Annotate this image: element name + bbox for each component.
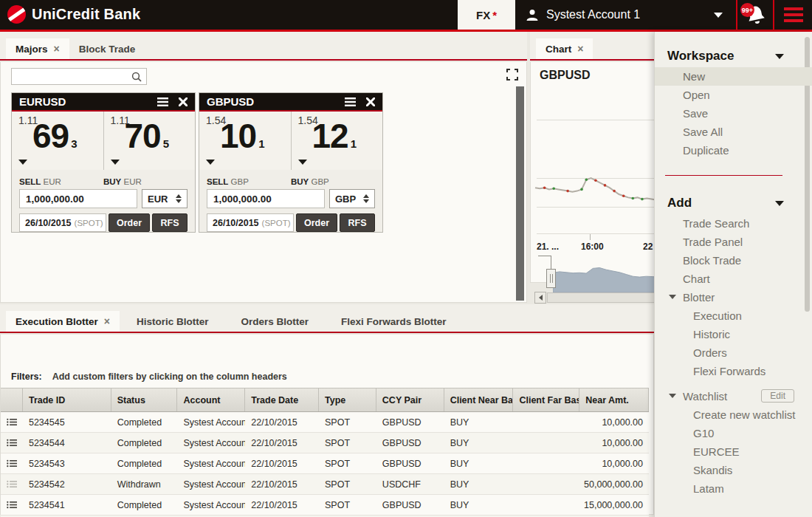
menu-item-trade-panel[interactable]: Trade Panel xyxy=(655,233,812,251)
close-tab-icon[interactable]: × xyxy=(577,43,583,55)
order-button[interactable]: Order xyxy=(109,213,150,232)
table-row[interactable]: 5234544CompletedSystest Account 122/10/2… xyxy=(1,433,649,453)
expander-caret-icon[interactable] xyxy=(669,394,676,398)
tile-close-icon[interactable] xyxy=(366,97,375,106)
menu-item-latam[interactable]: Latam xyxy=(655,479,812,498)
column-header-trade-id[interactable]: Trade ID xyxy=(23,388,111,411)
tab-historic-blotter[interactable]: Historic Blotter xyxy=(127,311,219,332)
menu-item-flexi-forwards[interactable]: Flexi Forwards xyxy=(655,362,812,380)
x-axis-label: 16:00 xyxy=(581,242,604,252)
column-header-type[interactable]: Type xyxy=(319,388,376,411)
menu-item-watchlist[interactable]: WatchlistEdit xyxy=(655,387,812,405)
row-menu-button[interactable] xyxy=(1,474,23,494)
watchlist-content: EURUSD1.116931.11705SELL EURBUY EUR1,000… xyxy=(0,62,527,303)
menu-item-save-all[interactable]: Save All xyxy=(655,123,812,141)
tile-close-icon[interactable] xyxy=(179,97,187,106)
tile-pair-label: EURUSD xyxy=(19,95,66,108)
table-cell: Systest Account 1 xyxy=(177,453,245,473)
scroll-left-button[interactable] xyxy=(534,292,546,304)
table-row[interactable]: 5234543CompletedSystest Account 122/10/2… xyxy=(1,453,649,474)
menu-item-save[interactable]: Save xyxy=(655,104,812,123)
row-menu-button[interactable] xyxy=(1,433,23,453)
menu-item-label: Chart xyxy=(683,273,710,285)
column-header-status[interactable]: Status xyxy=(111,388,178,411)
menu-item-execution[interactable]: Execution xyxy=(655,307,812,325)
tile-header[interactable]: EURUSD xyxy=(12,93,195,112)
account-selector[interactable]: Systest Account 1 xyxy=(517,0,736,30)
menu-item-orders[interactable]: Orders xyxy=(655,343,812,362)
navigator-drag-handle[interactable] xyxy=(546,269,556,288)
column-header-near-amt-[interactable]: Near Amt. xyxy=(579,388,649,411)
table-cell: Systest Account 1 xyxy=(177,412,245,432)
menu-item-create-new-watchlist[interactable]: Create new watchlist xyxy=(655,405,812,424)
menu-item-skandis[interactable]: Skandis xyxy=(655,461,812,479)
menu-item-open[interactable]: Open xyxy=(655,86,812,104)
table-row[interactable]: 5234545CompletedSystest Account 122/10/2… xyxy=(1,412,649,433)
tab-flexi-forwards-blotter[interactable]: Flexi Forwards Blotter xyxy=(331,311,456,332)
menu-item-trade-search[interactable]: Trade Search xyxy=(655,214,812,233)
column-header-actions[interactable] xyxy=(1,388,23,411)
menu-item-label: Create new watchlist xyxy=(693,408,795,421)
menu-item-historic[interactable]: Historic xyxy=(655,325,812,343)
value-date-input[interactable]: 26/10/2015 (SPOT) xyxy=(207,213,294,232)
column-header-account[interactable]: Account xyxy=(177,388,245,411)
expander-caret-icon[interactable] xyxy=(669,295,676,299)
fullscreen-button[interactable] xyxy=(506,69,520,82)
value-date-input[interactable]: 26/10/2015 (SPOT) xyxy=(19,213,106,232)
notifications-button[interactable]: 99+ xyxy=(736,0,774,30)
menu-item-duplicate[interactable]: Duplicate xyxy=(655,141,812,160)
currency-select[interactable]: EUR xyxy=(142,189,187,208)
tab-block-trade[interactable]: Block Trade xyxy=(69,38,145,59)
menu-item-blotter[interactable]: Blotter xyxy=(655,288,812,307)
sell-price-button[interactable]: 1.11693 xyxy=(12,112,104,170)
menu-item-label: Trade Search xyxy=(683,217,749,230)
row-menu-button[interactable] xyxy=(1,412,23,432)
table-cell xyxy=(513,474,579,494)
column-header-client-near-bas[interactable]: Client Near Bas xyxy=(444,388,514,411)
rfs-button[interactable]: RFS xyxy=(152,213,187,232)
menu-item-block-trade[interactable]: Block Trade xyxy=(655,251,812,270)
close-tab-icon[interactable]: × xyxy=(104,315,110,327)
tile-header[interactable]: GBPUSD xyxy=(199,93,382,112)
table-row[interactable]: 5234542WithdrawnSystest Account 122/10/2… xyxy=(1,474,649,495)
column-header-ccy-pair[interactable]: CCY Pair xyxy=(376,388,444,411)
watchlist-edit-button[interactable]: Edit xyxy=(761,389,794,403)
chevron-down-icon xyxy=(714,13,723,18)
rfs-button[interactable]: RFS xyxy=(340,213,375,232)
row-menu-button[interactable] xyxy=(1,495,23,515)
row-menu-button[interactable] xyxy=(1,453,23,473)
sell-side-label: SELL GBP xyxy=(207,177,291,186)
tab-label: Historic Blotter xyxy=(137,316,209,327)
blotter-header-row: Trade IDStatusAccountTrade DateTypeCCY P… xyxy=(1,388,649,412)
menu-item-chart[interactable]: Chart xyxy=(655,270,812,288)
tab-fx-workspace[interactable]: FX * xyxy=(458,0,515,30)
buy-price-button[interactable]: 1.11705 xyxy=(104,112,196,170)
amount-input[interactable]: 1,000,000.00 xyxy=(207,189,325,208)
menu-item-g10[interactable]: G10 xyxy=(655,424,812,442)
table-cell: GBPUSD xyxy=(376,433,444,453)
tab-chart[interactable]: Chart × xyxy=(536,38,593,59)
menu-item-new[interactable]: New xyxy=(655,67,812,86)
vertical-scrollbar[interactable] xyxy=(516,86,524,301)
currency-select[interactable]: GBP xyxy=(329,189,375,208)
close-tab-icon[interactable]: × xyxy=(54,43,60,55)
menu-section-add[interactable]: Add xyxy=(655,192,812,214)
amount-input[interactable]: 1,000,000.00 xyxy=(19,189,137,208)
menu-section-workspace[interactable]: Workspace xyxy=(655,45,812,67)
order-button[interactable]: Order xyxy=(296,213,337,232)
column-header-trade-date[interactable]: Trade Date xyxy=(245,388,319,411)
tile-menu-icon[interactable] xyxy=(345,97,356,106)
tab-majors[interactable]: Majors × xyxy=(6,38,69,59)
buy-price-button[interactable]: 1.54121 xyxy=(292,112,383,170)
tab-label: Block Trade xyxy=(79,44,136,55)
column-header-client-far-base[interactable]: Client Far Base xyxy=(513,388,579,411)
menu-item-eurcee[interactable]: EURCEE xyxy=(655,442,812,461)
buy-side-label: BUY GBP xyxy=(291,177,375,186)
sell-price-button[interactable]: 1.54101 xyxy=(199,112,292,170)
tile-menu-icon[interactable] xyxy=(157,97,168,106)
hamburger-menu-button[interactable] xyxy=(774,0,812,30)
tab-orders-blotter[interactable]: Orders Blotter xyxy=(231,311,318,332)
instrument-search-input[interactable] xyxy=(11,68,147,85)
tab-execution-blotter[interactable]: Execution Blotter × xyxy=(6,311,120,332)
table-row[interactable]: 5234541CompletedSystest Account 122/10/2… xyxy=(1,495,649,516)
